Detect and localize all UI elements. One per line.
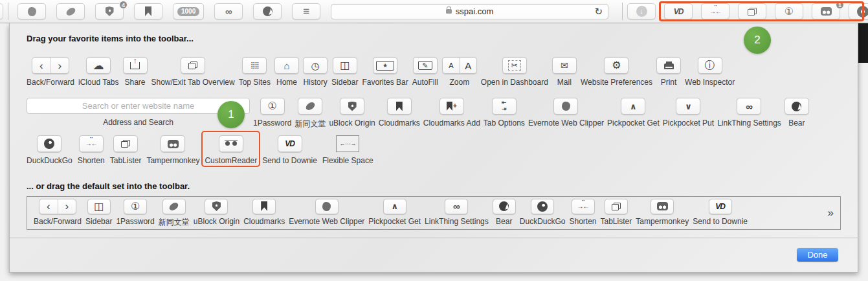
linkthing-settings-button[interactable]: ∞ (445, 199, 468, 214)
pickpocket-get-button[interactable]: ∧ (383, 199, 406, 214)
bear-button[interactable] (785, 98, 809, 115)
icloud-tabs-button[interactable]: ☁ (86, 57, 111, 74)
overflow-chevron-icon[interactable]: » (823, 207, 834, 219)
duckduckgo-button[interactable] (531, 199, 554, 214)
top-sites-button[interactable]: ⣿⣿ (242, 57, 267, 74)
toolbar-left-button-group: 41000∞≡ (17, 3, 320, 19)
duckduckgo-button[interactable] (37, 135, 61, 152)
item-label: DuckDuckGo (520, 217, 566, 226)
open-in-dashboard-button[interactable]: ✂ (502, 57, 527, 74)
back-forward-button[interactable]: ‹› (32, 57, 69, 74)
annotation-step-2: 2 (744, 27, 771, 54)
item-label: Pickpocket Put (663, 118, 714, 128)
gear-icon: ⚙ (612, 60, 621, 71)
shorten-button[interactable]: →← (79, 135, 104, 152)
send-to-downie-button[interactable]: VD (709, 199, 732, 214)
tampermonkey-toolbar-button[interactable]: 1 (812, 3, 840, 19)
zoom-smaller-button[interactable]: A (442, 57, 460, 74)
favorites-bar-button[interactable]: ★ (373, 57, 397, 74)
send-to-downie-button[interactable]: VD (278, 135, 302, 152)
tablister-toolbar-button[interactable] (738, 3, 766, 19)
customize-item-web-inspector: ⓘWeb Inspector (685, 57, 735, 87)
web-inspector-button[interactable]: ⓘ (698, 57, 722, 74)
item-label: DuckDuckGo (27, 156, 72, 165)
ublock-origin-button[interactable] (205, 199, 228, 214)
tampermonkey-button[interactable] (651, 199, 674, 214)
info-icon: ⓘ (705, 60, 715, 71)
pickpocket-put-button[interactable]: ∨ (676, 98, 700, 115)
tampermonkey-button[interactable] (161, 135, 185, 152)
customize-item-pickpocket-get: ∧Pickpocket Get (368, 199, 421, 226)
record-toolbar-button[interactable] (849, 3, 868, 19)
bear-button[interactable] (493, 199, 516, 214)
reload-icon[interactable]: ↻ (594, 6, 603, 16)
mail-button[interactable]: ✉ (552, 57, 577, 74)
customreader-button[interactable] (219, 135, 243, 152)
home-button[interactable]: ⌂ (274, 57, 299, 74)
website-preferences-button[interactable]: ⚙ (604, 57, 629, 74)
partial-toolbar-button[interactable] (0, 3, 3, 19)
item-label: Send to Downie (693, 217, 748, 226)
tablister-button[interactable] (113, 135, 138, 152)
customize-item-evernote-web-clipper: Evernote Web Clipper (528, 98, 604, 128)
annotation-step-1: 1 (217, 101, 245, 128)
evernote-web-clipper-button[interactable] (553, 98, 578, 115)
ublock-origin-button[interactable] (340, 98, 364, 115)
item-label: LinkThing Settings (425, 217, 489, 226)
tabs-icon (121, 140, 130, 148)
address-search-field[interactable]: Search or enter website name (27, 98, 250, 114)
reader-list-toolbar-button[interactable]: ≡ (292, 3, 320, 19)
evernote-toolbar-button[interactable] (17, 3, 46, 19)
item-label: Web Inspector (685, 78, 735, 87)
cloudmarks-button[interactable] (387, 98, 412, 115)
flexible-space[interactable]: ←⋯→ (336, 135, 359, 152)
item-label: Print (661, 78, 677, 87)
xin-tong-wen-tang-button[interactable] (298, 98, 322, 115)
item-label: History (303, 78, 327, 87)
done-button[interactable]: Done (797, 248, 838, 262)
share-button[interactable] (123, 57, 148, 74)
linkthing-settings-button[interactable]: ∞ (737, 98, 761, 115)
customize-item-history: ◷History (303, 57, 328, 87)
counter-1000-toolbar-button[interactable]: 1000 (173, 3, 204, 19)
xin-tong-wen-tang-button[interactable] (162, 199, 186, 214)
item-label: 1Password (253, 118, 291, 128)
ddg-icon (537, 201, 548, 212)
downie-toolbar-button[interactable]: VD (664, 3, 693, 19)
customize-item-bear: Bear (785, 98, 809, 128)
sidebar-button[interactable]: ◫ (333, 57, 357, 74)
back-forward-button[interactable]: ‹› (39, 199, 76, 214)
tampermonkey-badge: 1 (836, 1, 844, 9)
item-label: Flexible Space (322, 156, 373, 165)
linkthing-toolbar-button[interactable]: ∞ (214, 3, 243, 19)
cloudmarks-add-button[interactable]: + (440, 98, 464, 115)
autofill-button[interactable]: ✎ (413, 57, 438, 74)
print-button[interactable] (656, 57, 681, 74)
customize-item-ublock-origin: uBlock Origin (329, 98, 375, 128)
tab-options-button[interactable]: ⇤ ⇥ (492, 98, 517, 115)
ublock-origin-toolbar-button[interactable]: 4 (95, 3, 124, 19)
item-label: Show/Exit Tab Overview (151, 78, 235, 87)
customize-item-xin-tong-wen-tang: 新同文堂 (295, 98, 326, 129)
onepassword-button[interactable]: ① (124, 199, 147, 214)
customize-item-website-preferences: ⚙Website Preferences (581, 57, 652, 87)
pickpocket-get-button[interactable]: ∧ (621, 98, 645, 115)
zoom-larger-button[interactable]: A (460, 57, 477, 74)
onepassword-button[interactable]: ① (260, 98, 285, 115)
drag-items-title: Drag your favorite items into the toolba… (27, 34, 841, 43)
sidebar-button[interactable]: ◫ (87, 199, 111, 214)
download-toolbar-button[interactable]: ↓ (627, 3, 656, 19)
show-exit-tab-overview-button[interactable] (181, 57, 205, 74)
cloudmarks-button[interactable] (252, 199, 276, 214)
cloudmarks-toolbar-button[interactable] (134, 3, 162, 19)
customize-item-linkthing-settings: ∞LinkThing Settings (425, 199, 489, 226)
evernote-web-clipper-button[interactable] (315, 199, 339, 214)
history-button[interactable]: ◷ (303, 57, 328, 74)
bear-toolbar-button[interactable] (253, 3, 282, 19)
shorten-button[interactable]: →← (572, 199, 595, 214)
address-bar[interactable]: sspai.com ↻ (331, 4, 608, 19)
tablister-button[interactable] (605, 199, 628, 214)
onepassword-toolbar-button[interactable]: ① (775, 3, 803, 19)
shorten-toolbar-button[interactable]: →← (701, 3, 729, 19)
xin-tong-wen-tang-toolbar-button[interactable] (56, 3, 85, 19)
